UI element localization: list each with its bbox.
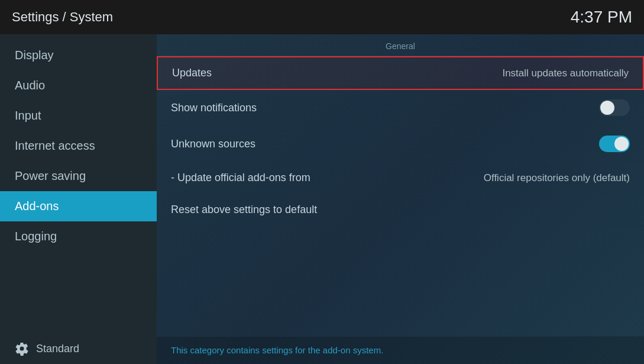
setting-row-update-addons[interactable]: - Update official add-ons from Official … (157, 162, 644, 194)
toggle-knob-on (614, 137, 629, 151)
sidebar-item-power-saving[interactable]: Power saving (0, 161, 157, 191)
updates-value: Install updates automatically (502, 67, 629, 79)
setting-row-show-notifications[interactable]: Show notifications (157, 90, 644, 126)
sidebar-item-audio[interactable]: Audio (0, 70, 157, 101)
sidebar-item-input[interactable]: Input (0, 101, 157, 131)
content-area: General Updates Install updates automati… (157, 34, 644, 336)
clock: 4:37 PM (571, 8, 632, 27)
updates-label: Updates (172, 67, 212, 79)
standard-label: Standard (36, 343, 79, 355)
reset-label: Reset above settings to default (171, 204, 317, 216)
main-content: General Updates Install updates automati… (157, 34, 644, 364)
update-addons-label: - Update official add-ons from (171, 172, 310, 184)
toggle-knob (600, 101, 614, 115)
footer-text: This category contains settings for the … (171, 345, 383, 355)
section-label: General (157, 34, 644, 56)
show-notifications-label: Show notifications (171, 102, 257, 114)
sidebar-standard[interactable]: Standard (0, 333, 157, 364)
header: Settings / System 4:37 PM (0, 0, 644, 34)
sidebar-item-display[interactable]: Display (0, 40, 157, 70)
sidebar-item-internet-access[interactable]: Internet access (0, 131, 157, 161)
sidebar-item-logging[interactable]: Logging (0, 221, 157, 252)
setting-row-reset[interactable]: Reset above settings to default (157, 194, 644, 226)
sidebar-item-add-ons[interactable]: Add-ons (0, 191, 157, 221)
footer: This category contains settings for the … (157, 336, 644, 364)
main-layout: Display Audio Input Internet access Powe… (0, 34, 644, 364)
unknown-sources-label: Unknown sources (171, 138, 255, 150)
update-addons-value: Official repositories only (default) (484, 172, 630, 184)
setting-row-unknown-sources[interactable]: Unknown sources (157, 126, 644, 162)
show-notifications-toggle[interactable] (599, 99, 630, 116)
gear-icon (15, 342, 29, 356)
unknown-sources-toggle[interactable] (599, 136, 630, 152)
page-title: Settings / System (12, 9, 113, 25)
setting-row-updates[interactable]: Updates Install updates automatically (157, 56, 644, 90)
sidebar: Display Audio Input Internet access Powe… (0, 34, 157, 364)
